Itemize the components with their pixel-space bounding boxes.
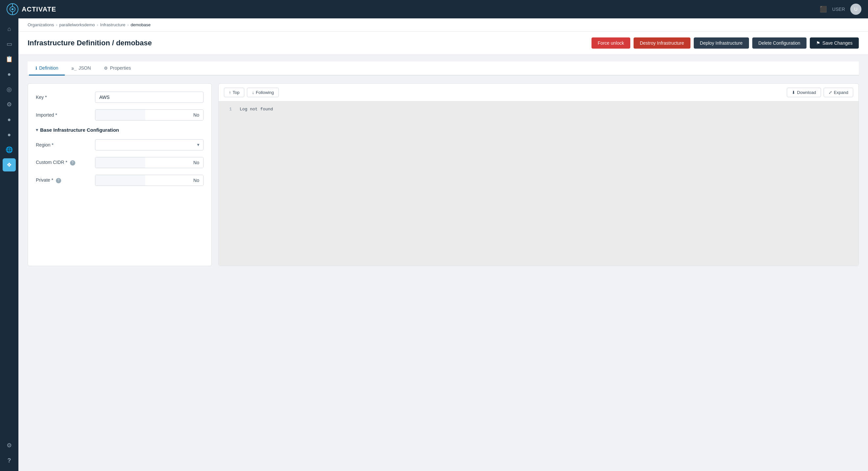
- page-body: ℹ Definition ≥_ JSON ⚙ Properties: [19, 55, 868, 273]
- sidebar-item-cluster[interactable]: ❖: [3, 158, 16, 171]
- breadcrumb-demobase: demobase: [130, 22, 151, 27]
- delete-configuration-button[interactable]: Delete Configuration: [752, 37, 807, 48]
- imported-toggle-value: No: [145, 110, 203, 120]
- region-field-group: Region * ▼: [36, 139, 204, 150]
- monitor-icon: ▭: [7, 40, 12, 47]
- globe-icon: 🌐: [6, 146, 13, 154]
- following-label: Following: [256, 90, 274, 95]
- section-collapse-icon[interactable]: ▾: [36, 128, 38, 132]
- main-layout: ⌂ ▭ 📋 ● ◎ ⚙ ● ● 🌐 ❖ ⚙: [0, 19, 868, 471]
- download-button[interactable]: ⬇ Download: [787, 88, 821, 97]
- cidr-help-icon[interactable]: ?: [70, 160, 75, 166]
- sidebar: ⌂ ▭ 📋 ● ◎ ⚙ ● ● 🌐 ❖ ⚙: [0, 19, 19, 471]
- destroy-infrastructure-button[interactable]: Destroy Infrastructure: [633, 37, 690, 48]
- navbar-right: ⬛ USER U: [820, 4, 861, 15]
- deploy-infrastructure-button[interactable]: Deploy Infrastructure: [694, 37, 749, 48]
- private-label-text: Private *: [36, 177, 53, 182]
- breadcrumb-sep3: ›: [127, 23, 129, 27]
- save-changes-button[interactable]: ⚑ Save Changes: [810, 37, 859, 48]
- cidr-field-group: Custom CIDR * ? No: [36, 157, 204, 168]
- sidebar-item-dot1[interactable]: ●: [3, 68, 16, 81]
- definition-tab-icon: ℹ: [35, 66, 37, 71]
- sidebar-item-dot3[interactable]: ●: [3, 128, 16, 141]
- location-icon: ◎: [7, 86, 12, 93]
- log-toolbar: ↑ Top ↓ Following ⬇ Download: [219, 84, 859, 101]
- key-field-group: Key *: [36, 92, 204, 103]
- imported-toggle-off: [95, 110, 145, 120]
- cidr-label: Custom CIDR * ?: [36, 160, 95, 166]
- expand-icon: ⤢: [829, 90, 832, 95]
- following-button[interactable]: ↓ Following: [247, 88, 278, 97]
- expand-button[interactable]: ⤢ Expand: [824, 88, 853, 97]
- breadcrumb-parallelworksdemo[interactable]: parallelworksdemo: [59, 22, 95, 27]
- sidebar-item-gear-group[interactable]: ⚙: [3, 439, 16, 452]
- imported-toggle[interactable]: No: [95, 109, 204, 121]
- logo-icon: [7, 3, 19, 15]
- sidebar-item-dot2[interactable]: ●: [3, 113, 16, 126]
- json-tab-icon: ≥_: [71, 66, 76, 71]
- sidebar-item-location[interactable]: ◎: [3, 83, 16, 96]
- force-unlock-button[interactable]: Force unlock: [591, 37, 630, 48]
- avatar[interactable]: U: [850, 4, 861, 15]
- tab-definition-label: Definition: [39, 65, 58, 71]
- tab-json[interactable]: ≥_ JSON: [65, 61, 97, 75]
- sidebar-item-globe[interactable]: 🌐: [3, 143, 16, 156]
- expand-label: Expand: [834, 90, 848, 95]
- tab-json-label: JSON: [79, 65, 91, 71]
- navbar: ACTIVATE ⬛ USER U: [0, 0, 868, 19]
- svg-point-2: [11, 8, 13, 10]
- dot1-icon: ●: [7, 71, 11, 78]
- private-toggle[interactable]: No: [95, 175, 204, 186]
- notebook-icon: 📋: [6, 56, 13, 63]
- properties-tab-icon: ⚙: [104, 66, 108, 71]
- region-select[interactable]: [95, 139, 204, 150]
- home-icon: ⌂: [7, 26, 11, 33]
- tab-definition[interactable]: ℹ Definition: [29, 61, 65, 75]
- top-button[interactable]: ↑ Top: [224, 88, 244, 97]
- breadcrumb-organizations[interactable]: Organizations: [28, 22, 54, 27]
- terminal-icon[interactable]: ⬛: [820, 6, 827, 13]
- log-content: 1 Log not found: [219, 101, 859, 266]
- flag-icon: ⚑: [816, 40, 820, 46]
- arrow-up-icon: ↑: [229, 90, 231, 95]
- imported-label: Imported *: [36, 112, 95, 117]
- tabs: ℹ Definition ≥_ JSON ⚙ Properties: [28, 61, 859, 75]
- private-toggle-value: No: [145, 175, 203, 186]
- key-input[interactable]: [95, 92, 204, 103]
- breadcrumb-sep2: ›: [97, 23, 98, 27]
- section-title: Base Infrastructure Configuration: [40, 127, 119, 133]
- region-select-wrapper: ▼: [95, 139, 204, 150]
- gear-group-icon: ⚙: [7, 442, 12, 449]
- form-panel: Key * Imported * No ▾ Base In: [28, 83, 212, 266]
- breadcrumb-infrastructure[interactable]: Infrastructure: [100, 22, 126, 27]
- tab-properties[interactable]: ⚙ Properties: [97, 61, 137, 75]
- top-label: Top: [233, 90, 240, 95]
- page-header: Infrastructure Definition / demobase For…: [19, 32, 868, 55]
- section-header: ▾ Base Infrastructure Configuration: [36, 127, 204, 133]
- download-icon: ⬇: [792, 90, 795, 95]
- log-line-1: 1 Log not found: [224, 107, 853, 112]
- region-label: Region *: [36, 142, 95, 147]
- sidebar-item-home[interactable]: ⌂: [3, 22, 16, 35]
- sidebar-item-notebook[interactable]: 📋: [3, 53, 16, 66]
- content-area: Organizations › parallelworksdemo › Infr…: [19, 19, 868, 471]
- sidebar-item-monitor[interactable]: ▭: [3, 37, 16, 51]
- cluster-icon: ❖: [7, 161, 12, 168]
- cidr-label-text: Custom CIDR *: [36, 160, 67, 165]
- save-changes-label: Save Changes: [822, 40, 852, 46]
- dot2-icon: ●: [7, 116, 11, 123]
- arrow-down-icon: ↓: [252, 90, 254, 95]
- cidr-toggle[interactable]: No: [95, 157, 204, 168]
- key-label: Key *: [36, 95, 95, 100]
- imported-field-group: Imported * No: [36, 109, 204, 121]
- tab-properties-label: Properties: [110, 65, 131, 71]
- sidebar-item-settings[interactable]: ⚙: [3, 98, 16, 111]
- sidebar-item-help[interactable]: ?: [3, 454, 16, 467]
- page-title: Infrastructure Definition / demobase: [28, 39, 152, 47]
- breadcrumb: Organizations › parallelworksdemo › Infr…: [19, 19, 868, 32]
- brand: ACTIVATE: [7, 3, 56, 15]
- cidr-toggle-value: No: [145, 157, 203, 168]
- header-actions: Force unlock Destroy Infrastructure Depl…: [591, 37, 859, 48]
- private-help-icon[interactable]: ?: [56, 178, 61, 183]
- breadcrumb-sep1: ›: [56, 23, 57, 27]
